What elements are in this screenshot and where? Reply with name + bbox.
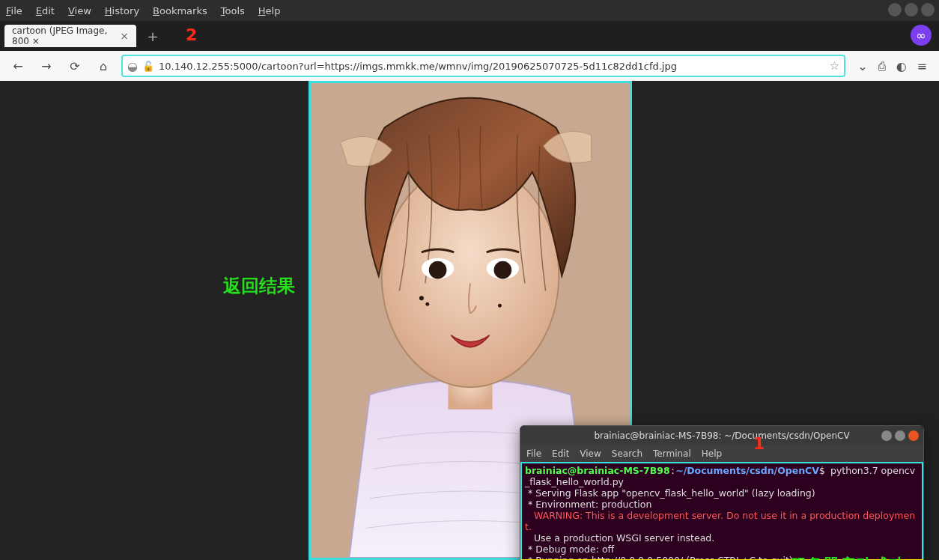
terminal-minimize-icon[interactable] (881, 430, 892, 441)
terminal-prompt-path: ~/Documents/csdn/OpenCV (675, 465, 819, 476)
annotation-result: 返回结果 (223, 274, 295, 298)
terminal-titlebar[interactable]: brainiac@brainiac-MS-7B98: ~/Documents/c… (520, 426, 923, 445)
insecure-lock-icon[interactable]: 🔓 (142, 61, 154, 72)
window-close-icon[interactable] (921, 3, 935, 16)
terminal-line: * Running on http://0.0.0.0:5000/ (Press… (525, 555, 793, 560)
terminal-close-icon[interactable] (908, 430, 919, 441)
url-bar[interactable]: ◒ 🔓 ☆ (121, 55, 845, 77)
term-menu-help[interactable]: Help (702, 448, 722, 459)
browser-viewport: 返回结果 1 brainiac@brainiac-MS-7B98: ~/Docu… (0, 81, 939, 560)
svg-point-6 (494, 261, 512, 279)
term-menu-edit[interactable]: Edit (552, 448, 569, 459)
back-button[interactable]: ← (7, 55, 28, 76)
tab-close-icon[interactable]: × (120, 30, 129, 42)
svg-point-4 (429, 261, 447, 279)
browser-tab[interactable]: cartoon (JPEG Image, 800 × × (4, 25, 136, 47)
terminal-line: Use a production WSGI server instead. (525, 532, 714, 544)
window-maximize-icon[interactable] (905, 3, 918, 16)
profile-icon[interactable]: ◐ (896, 59, 907, 73)
window-minimize-icon[interactable] (888, 3, 902, 16)
terminal-warning: WARNING: This is a development server. D… (525, 510, 915, 532)
term-menu-file[interactable]: File (526, 448, 541, 459)
menu-history[interactable]: History (105, 5, 139, 16)
svg-point-7 (419, 296, 424, 300)
menu-tools[interactable]: Tools (221, 5, 245, 16)
url-input[interactable] (159, 61, 825, 72)
menu-view[interactable]: View (68, 5, 91, 16)
hamburger-menu-icon[interactable]: ≡ (917, 59, 927, 73)
bookmark-star-icon[interactable]: ☆ (830, 59, 839, 73)
forward-button[interactable]: → (36, 55, 57, 76)
tab-title: cartoon (JPEG Image, 800 × (12, 25, 114, 46)
terminal-title-text: brainiac@brainiac-MS-7B98: ~/Documents/c… (594, 430, 849, 441)
menu-bookmarks[interactable]: Bookmarks (153, 5, 207, 16)
shield-icon[interactable]: ◒ (127, 59, 138, 73)
terminal-line: * Debug mode: off (525, 544, 614, 555)
terminal-maximize-icon[interactable] (895, 430, 905, 441)
svg-point-9 (498, 304, 502, 308)
annotation-2: 2 (186, 25, 197, 44)
term-menu-view[interactable]: View (580, 448, 601, 459)
new-tab-button[interactable]: + (142, 25, 163, 46)
browser-navbar: ← → ⟳ ⌂ ◒ 🔓 ☆ ⌄ ⎙ ◐ ≡ (0, 51, 939, 81)
term-menu-search[interactable]: Search (612, 448, 642, 459)
terminal-body[interactable]: brainiac@brainiac-MS-7B98:~/Documents/cs… (520, 462, 923, 560)
menu-file[interactable]: File (6, 5, 22, 16)
terminal-line: * Serving Flask app "opencv_flask_hello_… (525, 487, 815, 499)
system-menubar: File Edit View History Bookmarks Tools H… (0, 0, 939, 21)
terminal-line: * Environment: production (525, 499, 651, 510)
svg-point-8 (425, 302, 429, 306)
browser-tabstrip: cartoon (JPEG Image, 800 × × + 2 ∞ (0, 21, 939, 51)
menu-help[interactable]: Help (258, 5, 281, 16)
toolbar-right: ⌄ ⎙ ◐ ≡ (853, 59, 932, 73)
reload-button[interactable]: ⟳ (64, 55, 85, 76)
terminal-prompt-user: brainiac@brainiac-MS-7B98 (525, 465, 670, 476)
terminal-window: brainiac@brainiac-MS-7B98: ~/Documents/c… (520, 425, 924, 560)
home-button[interactable]: ⌂ (93, 55, 114, 76)
annotation-1: 1 (753, 434, 765, 453)
firefox-account-icon[interactable]: ∞ (911, 25, 932, 46)
terminal-menubar: File Edit View Search Terminal Help (520, 445, 923, 462)
pocket-icon[interactable]: ⌄ (857, 59, 867, 73)
library-icon[interactable]: ⎙ (878, 59, 886, 73)
term-menu-terminal[interactable]: Terminal (653, 448, 691, 459)
menu-edit[interactable]: Edit (36, 5, 55, 16)
